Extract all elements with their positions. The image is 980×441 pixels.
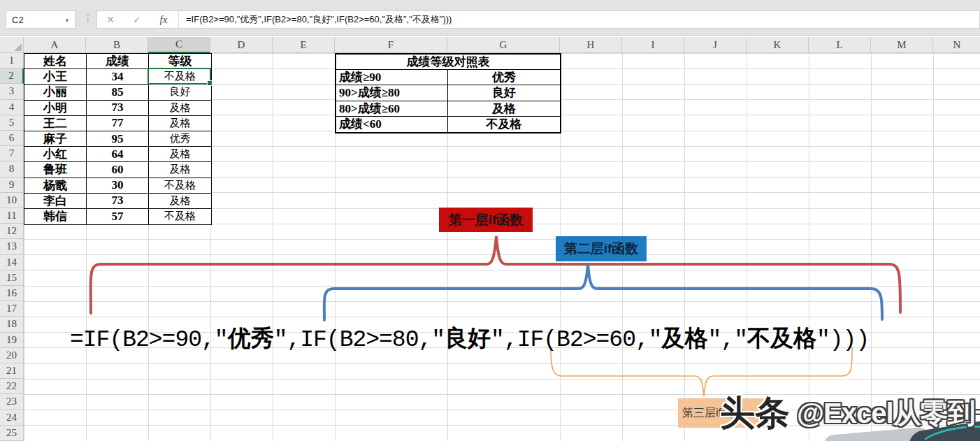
score-table-cell[interactable]: 小王 xyxy=(24,69,87,85)
score-table-cell[interactable]: 韩信 xyxy=(24,209,87,224)
row-header-23[interactable]: 23 xyxy=(0,394,24,410)
grade-table-cell[interactable]: 成绩≥90 xyxy=(336,70,448,85)
score-table-cell[interactable]: 77 xyxy=(87,116,149,131)
column-header-G[interactable]: G xyxy=(447,37,560,53)
row-header-10[interactable]: 10 xyxy=(0,193,24,208)
enter-icon[interactable]: ✓ xyxy=(124,14,150,25)
insert-function-icon[interactable]: fx xyxy=(150,14,177,26)
fill-handle[interactable] xyxy=(207,80,212,86)
score-table-cell[interactable]: 李白 xyxy=(24,194,87,209)
score-table-cell[interactable]: 34 xyxy=(87,69,149,85)
grade-table-title[interactable]: 成绩等级对照表 xyxy=(336,55,560,70)
row-header-25[interactable]: 25 xyxy=(0,426,24,441)
column-header-K[interactable]: K xyxy=(747,37,809,53)
score-table-cell[interactable]: 鲁班 xyxy=(24,162,87,178)
column-header-B[interactable]: B xyxy=(86,37,148,53)
first-level-if-label[interactable]: 第一层if函数 xyxy=(439,208,533,232)
row-header-12[interactable]: 12 xyxy=(0,224,24,239)
column-header-D[interactable]: D xyxy=(210,37,273,53)
column-header-E[interactable]: E xyxy=(273,37,335,53)
score-table-cell[interactable]: 64 xyxy=(87,147,149,162)
row-header-2[interactable]: 2 xyxy=(0,68,24,84)
cell-reference: C2 xyxy=(12,15,24,25)
row-header-19[interactable]: 19 xyxy=(0,333,24,348)
row-header-21[interactable]: 21 xyxy=(0,363,24,379)
score-table-cell[interactable]: 85 xyxy=(87,85,149,100)
third-level-brace xyxy=(551,348,852,396)
grade-table-cell[interactable]: 不及格 xyxy=(448,117,560,132)
row-header-9[interactable]: 9 xyxy=(0,178,24,193)
grade-table-cell[interactable]: 90>成绩≥80 xyxy=(336,85,448,101)
second-level-if-label[interactable]: 第二层if函数 xyxy=(556,236,647,261)
second-level-brace xyxy=(324,263,882,320)
score-table-cell[interactable]: 73 xyxy=(87,101,149,116)
score-table-cell[interactable]: 30 xyxy=(87,178,149,194)
score-table-cell[interactable]: 不及格 xyxy=(149,178,211,194)
score-table-cell[interactable]: 及格 xyxy=(149,101,211,116)
score-table-header-cell[interactable]: 姓名 xyxy=(24,54,87,69)
row-header-22[interactable]: 22 xyxy=(0,379,24,394)
row-header-14[interactable]: 14 xyxy=(0,255,24,270)
select-all-corner[interactable] xyxy=(0,37,24,53)
score-table-cell[interactable]: 及格 xyxy=(149,162,211,178)
score-table-cell[interactable]: 小明 xyxy=(24,101,87,116)
grade-table-cell[interactable]: 及格 xyxy=(448,101,560,117)
row-header-6[interactable]: 6 xyxy=(0,131,24,146)
score-table-cell[interactable]: 73 xyxy=(87,194,149,209)
namebox-dropdown-icon[interactable]: ▼ xyxy=(64,17,70,24)
score-table-cell[interactable]: 杨戬 xyxy=(24,178,87,194)
column-header-J[interactable]: J xyxy=(684,37,747,53)
score-table-cell[interactable]: 王二 xyxy=(24,116,87,131)
score-table-cell[interactable]: 优秀 xyxy=(149,131,211,147)
select-all-triangle-icon xyxy=(14,43,22,51)
score-table-header-cell[interactable]: 成绩 xyxy=(87,54,149,69)
column-header-M[interactable]: M xyxy=(871,37,933,53)
row-header-24[interactable]: 24 xyxy=(0,410,24,426)
score-table-cell[interactable]: 良好 xyxy=(149,85,211,100)
watermark: 头条 @Excel从零到一 xyxy=(720,390,980,437)
watermark-handle: @Excel从零到一 xyxy=(797,394,980,433)
score-table-cell[interactable]: 及格 xyxy=(149,194,211,209)
row-header-20[interactable]: 20 xyxy=(0,348,24,363)
grade-table-cell[interactable]: 优秀 xyxy=(448,70,560,85)
row-header-7[interactable]: 7 xyxy=(0,146,24,161)
row-header-13[interactable]: 13 xyxy=(0,239,24,254)
column-header-F[interactable]: F xyxy=(335,37,447,53)
cancel-icon[interactable]: ✕ xyxy=(97,14,124,25)
column-header-N[interactable]: N xyxy=(933,37,980,53)
score-table-header-cell[interactable]: 等级 xyxy=(149,54,211,69)
grade-table-cell[interactable]: 80>成绩≥60 xyxy=(336,101,448,117)
column-header-L[interactable]: L xyxy=(809,37,871,53)
column-header-A[interactable]: A xyxy=(24,37,86,53)
column-header-H[interactable]: H xyxy=(560,37,622,53)
formula-bar-divider xyxy=(178,11,179,28)
grade-table-cell[interactable]: 成绩<60 xyxy=(336,117,448,132)
score-table-cell[interactable]: 麻子 xyxy=(24,131,87,147)
score-table-cell[interactable]: 不及格 xyxy=(149,209,211,224)
column-header-C[interactable]: C xyxy=(148,37,210,53)
score-table-cell[interactable]: 小红 xyxy=(24,147,87,162)
row-header-11[interactable]: 11 xyxy=(0,208,24,224)
row-header-18[interactable]: 18 xyxy=(0,317,24,332)
row-header-8[interactable]: 8 xyxy=(0,161,24,177)
score-table-cell[interactable]: 小丽 xyxy=(24,85,87,100)
row-header-16[interactable]: 16 xyxy=(0,286,24,301)
row-header-4[interactable]: 4 xyxy=(0,100,24,115)
formula-input[interactable]: =IF(B2>=90,"优秀",IF(B2>=80,"良好",IF(B2>=60… xyxy=(180,13,452,26)
name-box[interactable]: C2 ▼ xyxy=(6,10,75,29)
score-table-cell[interactable]: 及格 xyxy=(149,147,211,162)
column-header-I[interactable]: I xyxy=(622,37,684,53)
formula-bar-drag-dots-icon[interactable]: ⋮ xyxy=(83,13,92,24)
row-header-1[interactable]: 1 xyxy=(0,53,24,68)
grade-table-cell[interactable]: 良好 xyxy=(448,85,560,101)
row-header-3[interactable]: 3 xyxy=(0,84,24,99)
score-table-cell[interactable]: 57 xyxy=(87,209,149,224)
score-table-cell[interactable]: 60 xyxy=(87,162,149,178)
row-header-17[interactable]: 17 xyxy=(0,301,24,317)
watermark-brand: 头条 xyxy=(720,390,790,437)
score-table-cell[interactable]: 95 xyxy=(87,131,149,147)
row-header-5[interactable]: 5 xyxy=(0,115,24,131)
score-table-cell[interactable]: 及格 xyxy=(149,116,211,131)
row-header-15[interactable]: 15 xyxy=(0,270,24,286)
grade-reference-table: 成绩等级对照表成绩≥90优秀90>成绩≥80良好80>成绩≥60及格成绩<60不… xyxy=(335,53,561,133)
